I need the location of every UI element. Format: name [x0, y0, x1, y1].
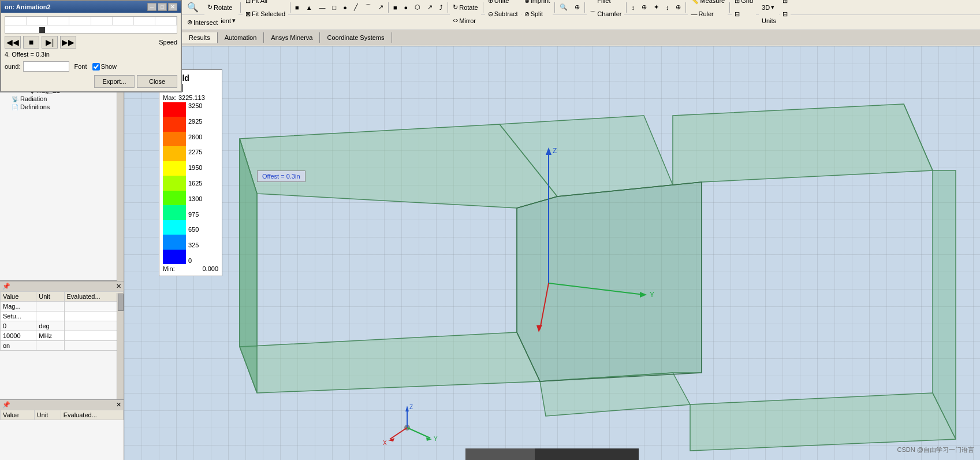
minimize-button[interactable]: ─	[147, 3, 156, 11]
misc-icon-2[interactable]: ⊕	[639, 1, 650, 14]
ground-input[interactable]	[23, 61, 69, 72]
tab-results[interactable]: Results	[182, 32, 218, 43]
toolbar-area: 🔍 ✋ Pan ↻ Rotate ⊞ Orient ▾ ⊡ Fit All ⊠ …	[182, 0, 980, 46]
misc-icon-1[interactable]: ↕	[628, 1, 638, 14]
cell-4-2: MHz	[36, 331, 64, 341]
shape-btn-3[interactable]: —	[316, 1, 329, 14]
props-pin-2[interactable]: 📌	[2, 401, 10, 409]
props-close-1[interactable]: ✕	[116, 283, 121, 290]
right-icon-1[interactable]: ⊞	[780, 0, 791, 7]
timeline[interactable]	[5, 16, 177, 34]
right-icon-2[interactable]: ⊟	[780, 8, 791, 20]
shape-btn-6[interactable]: ╱	[351, 1, 361, 14]
draw-btn-2[interactable]: ●	[401, 1, 411, 14]
shape-btn-5[interactable]: ●	[340, 1, 350, 14]
ruler-button[interactable]: — Ruler	[688, 8, 728, 20]
xy-dropdown[interactable]: XY ▾	[759, 0, 779, 1]
close-button[interactable]: Close	[137, 75, 177, 88]
next-frame-button[interactable]: ▶|	[42, 36, 58, 49]
tab-ansys[interactable]: Ansys Minerva	[264, 32, 320, 43]
subtract-button[interactable]: ⊖ Subtract	[485, 8, 521, 20]
legend-val-0: 3250	[188, 102, 202, 109]
watermark: CSDN @自由学习一门语言	[897, 446, 974, 454]
shape-btn-2[interactable]: ▲	[303, 1, 315, 14]
zoom-button[interactable]: 🔍	[184, 1, 202, 14]
shape-btn-8[interactable]: ↗	[375, 1, 386, 14]
play-button[interactable]: ▶▶	[60, 36, 76, 49]
tree-item-definitions[interactable]: 📄 Definitions	[0, 103, 124, 111]
maximize-button[interactable]: □	[158, 3, 167, 11]
props-row-5[interactable]: on	[1, 341, 124, 351]
misc-icon-4[interactable]: ↕	[663, 1, 672, 14]
fit-selected-button[interactable]: ⊠ Fit Selected	[243, 8, 288, 20]
color-seg-10	[163, 250, 186, 264]
pan-button[interactable]: ✋ Pan	[204, 0, 239, 1]
small-y-label: Y	[434, 436, 438, 442]
legend-body: 3250 2925 2600 2275 1950 1625 1300 975 6…	[163, 102, 218, 264]
misc-icon-3[interactable]: ✦	[651, 1, 662, 14]
timeline-mark-8	[155, 17, 177, 25]
export-button[interactable]: Export...	[94, 75, 135, 88]
props-row-3[interactable]: 0 deg	[1, 321, 124, 331]
unite-button[interactable]: ⊕ Unite	[485, 0, 521, 7]
sep2	[290, 2, 290, 13]
measure-button[interactable]: 📏 Measure	[688, 0, 728, 7]
props-pin-1[interactable]: 📌	[2, 283, 10, 290]
move-button[interactable]: ↔ Move	[450, 0, 480, 1]
stop-button[interactable]: ■	[23, 36, 39, 49]
draw-btn-5[interactable]: ⤴	[437, 1, 446, 14]
props-row-1[interactable]: Mag...	[1, 302, 124, 311]
imprint-button[interactable]: ⊗ Imprint	[521, 0, 553, 7]
props-header-2: 📌 ✕	[0, 400, 124, 410]
3d-dropdown[interactable]: 3D ▾	[759, 1, 779, 14]
shape-group: ■ ▲ — □ ● ╱ ⌒ ↗	[292, 1, 386, 14]
draw-btn-3[interactable]: ⬡	[412, 1, 423, 14]
prev-frame-button[interactable]: ◀◀	[5, 36, 21, 49]
draw-btn-4[interactable]: ↗	[424, 1, 435, 14]
props-scrollbar-thumb-1[interactable]	[118, 294, 124, 311]
split-button[interactable]: ⊘ Split	[521, 8, 553, 20]
cell-2-1: Setu...	[1, 311, 36, 321]
legend-labels: 3250 2925 2600 2275 1950 1625 1300 975 6…	[188, 102, 202, 264]
tree-item-radiation[interactable]: 📡 Radiation	[0, 95, 124, 103]
legend-min-label: Min:	[163, 265, 175, 272]
tab-automation[interactable]: Automation	[218, 32, 264, 43]
col-value-1: Value	[1, 292, 36, 302]
props-row-4[interactable]: 10000 MHz	[1, 331, 124, 341]
icons-right[interactable]: ⊟	[732, 8, 756, 20]
draw-btn-1[interactable]: ■	[390, 1, 400, 14]
props-header-1: 📌 ✕	[0, 281, 124, 291]
sep7	[584, 2, 585, 13]
op-icon-1[interactable]: 🔍	[557, 1, 571, 14]
props-close-2[interactable]: ✕	[116, 401, 121, 409]
sep10	[729, 2, 730, 13]
op-icon-2[interactable]: ⊕	[572, 1, 583, 14]
grid-button[interactable]: ⊞ Grid	[732, 0, 756, 7]
close-dialog-button[interactable]: ✕	[168, 3, 177, 11]
units-label: Units	[759, 14, 779, 27]
font-button[interactable]: Font	[72, 60, 90, 73]
legend-val-10: 0	[188, 257, 202, 264]
sep9	[685, 2, 686, 13]
col-eval-1: Evaluated...	[64, 292, 123, 302]
tab-coordinate[interactable]: Coordinate Systems	[320, 32, 392, 43]
props-row-2[interactable]: Setu...	[1, 311, 124, 321]
chamfer-button[interactable]: ⌒ Chamfer	[587, 8, 624, 20]
show-checkbox-container[interactable]: Show	[92, 63, 117, 71]
cell-4-3	[64, 331, 123, 341]
shape-btn-1[interactable]: ■	[292, 1, 302, 14]
viewport[interactable]: Z Y Z Y X E Field [V/m] Max: 3225.113	[124, 46, 980, 460]
col-value-2: Value	[1, 410, 35, 420]
intersect-button[interactable]: ⊗ Intersect	[184, 16, 221, 29]
fillet-button[interactable]: ⌒ Fillet	[587, 0, 624, 7]
rotate2-button[interactable]: ↻ Rotate	[450, 1, 480, 14]
fit-all-button[interactable]: ⊡ Fit All	[243, 0, 288, 7]
misc-icon-5[interactable]: ⊕	[673, 1, 684, 14]
shape-btn-7[interactable]: ⌒	[362, 1, 374, 14]
props-scrollbar-1[interactable]	[117, 293, 124, 399]
mirror-button[interactable]: ⇔ Mirror	[450, 14, 480, 27]
rotate-button[interactable]: ↻ Rotate	[204, 1, 239, 14]
show-checkbox[interactable]	[92, 63, 100, 71]
timeline-slider[interactable]	[39, 27, 45, 33]
shape-btn-4[interactable]: □	[330, 1, 340, 14]
